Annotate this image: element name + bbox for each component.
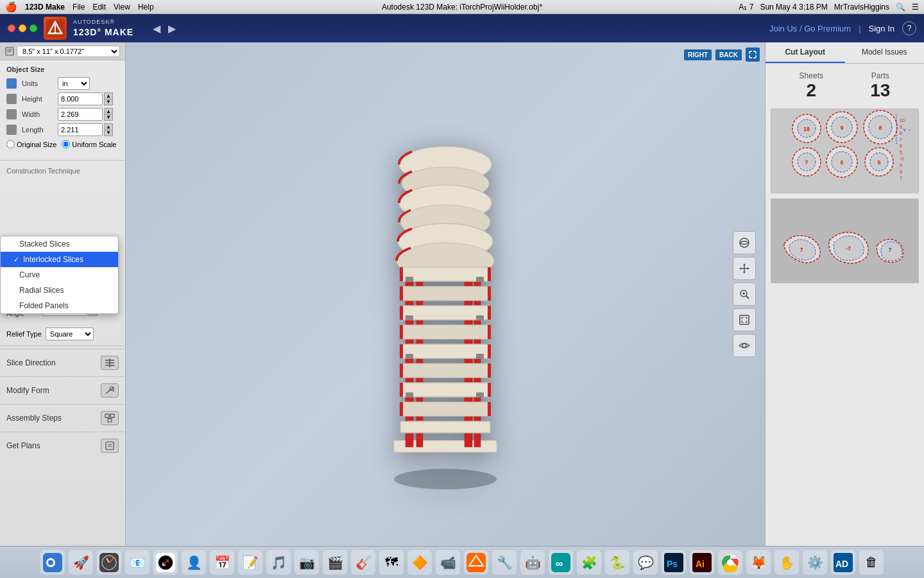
sheet-size-select[interactable]: 8.5" x 11" x 0.1772" [17, 46, 120, 57]
tab-cut-layout[interactable]: Cut Layout [766, 42, 845, 63]
dock-addressbook[interactable]: 👤 [182, 550, 206, 575]
dock-facetime[interactable]: 📹 [436, 550, 460, 575]
minimize-btn[interactable] [19, 24, 26, 32]
dock-autodesk[interactable]: AD [831, 550, 855, 575]
dock-chrome[interactable] [718, 550, 742, 575]
svg-text:AD: AD [835, 559, 848, 569]
sign-in-btn[interactable]: Sign In [869, 24, 894, 33]
search-icon[interactable]: 🔍 [896, 3, 905, 12]
orbit-btn[interactable] [733, 231, 756, 254]
right-panel: Cut Layout Model Issues Sheets 2 Parts 1… [765, 42, 924, 546]
width-row: Width ▲ ▼ [6, 108, 119, 121]
interlocked-label: Interlocked Slices [23, 255, 83, 264]
get-plans-btn[interactable]: Get Plans [0, 432, 125, 459]
original-size-radio[interactable] [6, 140, 15, 148]
view-right-badge[interactable]: RIGHT [684, 49, 712, 60]
dock-imovie[interactable]: 🎬 [323, 550, 347, 575]
dock-illustrator[interactable]: Ai [690, 550, 714, 575]
uniform-scale-radio[interactable] [62, 140, 70, 148]
app-logo [44, 17, 67, 40]
height-down[interactable]: ▼ [104, 99, 113, 105]
height-up[interactable]: ▲ [104, 92, 113, 99]
dock-dashboard[interactable] [97, 550, 121, 575]
dock-launchpad[interactable]: 🚀 [69, 550, 93, 575]
svg-rect-15 [105, 414, 109, 417]
stacked-check [13, 240, 15, 248]
dock-automator[interactable]: 🤖 [520, 550, 545, 575]
slice-direction-btn[interactable]: Slice Direction [0, 349, 125, 376]
dock-itunes[interactable]: 🎵 [266, 550, 291, 575]
dock-notes[interactable]: 📝 [238, 550, 262, 575]
length-input[interactable] [58, 123, 103, 136]
join-premium-btn[interactable]: Join Us / Go Premium [769, 24, 851, 33]
length-down[interactable]: ▼ [104, 130, 113, 136]
file-menu[interactable]: File [73, 3, 85, 12]
technique-curve[interactable]: Curve [1, 267, 118, 283]
dock-python[interactable]: 🐍 [605, 550, 629, 575]
svg-text:7: 7 [800, 247, 803, 253]
dock-firefox[interactable]: 🦊 [746, 550, 771, 575]
help-menu[interactable]: Help [138, 3, 154, 12]
menu-icon[interactable]: ☰ [912, 3, 919, 12]
dock-garageband[interactable]: 🎸 [351, 550, 375, 575]
zoom-btn[interactable] [733, 283, 756, 306]
dock-hand[interactable]: ✋ [774, 550, 799, 575]
visibility-btn[interactable] [733, 334, 756, 357]
dock-trash[interactable]: 🗑 [859, 550, 884, 575]
dock-ical[interactable]: 📅 [210, 550, 234, 575]
view-menu[interactable]: View [114, 3, 130, 12]
expand-viewport-btn[interactable] [746, 48, 760, 62]
svg-text:6: 6 [840, 159, 843, 166]
fit-btn[interactable] [733, 308, 756, 331]
pan-btn[interactable] [733, 257, 756, 280]
height-input[interactable] [58, 92, 103, 105]
technique-folded-panels[interactable]: Folded Panels [1, 298, 118, 313]
maximize-btn[interactable] [30, 24, 37, 32]
original-size-option[interactable]: Original Size [6, 140, 56, 148]
dock-scratch[interactable]: 🧩 [577, 550, 601, 575]
dock-photoshop[interactable]: Ps [662, 550, 686, 575]
svg-text:Y→: Y→ [903, 127, 911, 133]
dock-arduino[interactable]: ∞ [549, 550, 573, 575]
uniform-scale-option[interactable]: Uniform Scale [62, 140, 116, 148]
assembly-steps-btn[interactable]: Assembly Steps [0, 404, 125, 432]
sheet-thumbnail-1[interactable]: 18 9 8 7 6 [771, 109, 919, 193]
dock-skype[interactable]: 💬 [633, 550, 658, 575]
dock-trafficcone[interactable]: 🔶 [407, 550, 432, 575]
view-back-badge[interactable]: BACK [715, 49, 742, 60]
technique-interlocked-slices[interactable]: ✓ Interlocked Slices [1, 252, 118, 267]
height-spinner: ▲ ▼ [104, 92, 113, 105]
dock-sketchup[interactable] [464, 550, 488, 575]
apple-menu[interactable]: 🍎 [5, 1, 17, 13]
units-select[interactable]: inmmcm [58, 77, 90, 90]
back-arrow[interactable]: ◀ [150, 20, 163, 37]
dock-maps[interactable]: 🗺 [379, 550, 404, 575]
forward-arrow[interactable]: ▶ [166, 20, 178, 37]
dock-safari[interactable] [153, 550, 178, 575]
tab-model-issues[interactable]: Model Issues [845, 42, 925, 63]
dock-systemprefs[interactable]: ⚙️ [803, 550, 827, 575]
construction-technique-dropdown[interactable]: Stacked Slices ✓ Interlocked Slices Curv… [0, 236, 119, 314]
help-btn[interactable]: ? [902, 21, 916, 35]
dock-iphoto[interactable]: 📷 [295, 550, 319, 575]
close-btn[interactable] [8, 24, 15, 32]
sheet-thumbnail-2[interactable]: 7 -7 7 [771, 198, 919, 283]
dock-mail[interactable]: 📧 [125, 550, 150, 575]
sheet-size-bar: 8.5" x 11" x 0.1772" [0, 42, 125, 60]
edit-menu[interactable]: Edit [92, 3, 106, 12]
width-down[interactable]: ▼ [104, 114, 113, 121]
right-panel-tabs: Cut Layout Model Issues [766, 42, 924, 64]
width-input[interactable] [58, 108, 103, 121]
dock-finder[interactable] [40, 550, 65, 575]
app-menu-name[interactable]: 123D Make [25, 3, 65, 12]
svg-text:9: 9 [840, 125, 843, 131]
length-up[interactable]: ▲ [104, 123, 113, 130]
width-up[interactable]: ▲ [104, 108, 113, 114]
relief-type-select[interactable]: SquareDog BoneNone [46, 328, 94, 340]
viewport[interactable]: RIGHT BACK [126, 42, 765, 546]
dock-meshlab[interactable]: 🔧 [492, 550, 517, 575]
technique-radial-slices[interactable]: Radial Slices [1, 283, 118, 298]
svg-text:9: 9 [900, 125, 902, 129]
modify-form-btn[interactable]: Modify Form [0, 376, 125, 404]
technique-stacked-slices[interactable]: Stacked Slices [1, 236, 118, 252]
